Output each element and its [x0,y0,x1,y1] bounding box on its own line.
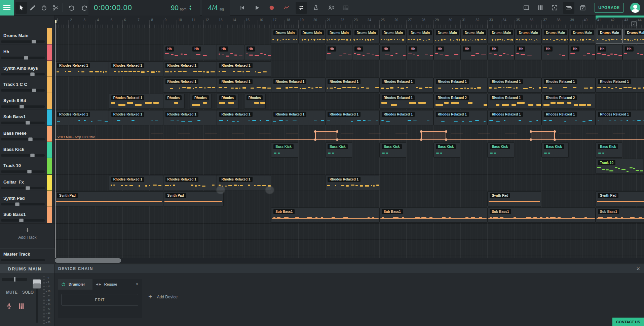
skip-to-start-button[interactable] [236,2,248,14]
automation-segment[interactable] [395,133,408,133]
automation-segment[interactable] [451,133,463,133]
clip[interactable]: Sub Bass1 [271,207,379,223]
voice-input-button[interactable] [325,2,337,14]
loop-button[interactable] [296,2,307,14]
clip[interactable]: Rhodes Relaxed 1 [163,110,217,125]
clip[interactable]: Synth Pad [55,191,163,206]
automation-node[interactable] [314,130,316,133]
split-tool-button[interactable] [50,2,61,14]
clip[interactable]: Hh [515,45,541,60]
clip[interactable]: Sub Bass1 [596,207,644,223]
master-volume-slider[interactable] [1,259,45,261]
clip[interactable]: Rhodes Relaxed 1 [217,110,271,125]
device-tile[interactable]: Drumpler [58,279,92,290]
clip[interactable]: Rhodes Relaxed 1 [541,77,596,93]
track-row[interactable]: Synth 8 Bit [0,93,54,109]
clip[interactable]: Bass Kick [271,142,298,158]
automation-segment[interactable] [613,133,625,133]
undo-button[interactable] [66,2,77,14]
track-row[interactable]: Drums Main [0,28,54,44]
automation-segment[interactable] [586,133,598,133]
clip[interactable]: Rhodes [244,94,266,109]
horizontal-scrollbar-thumb[interactable] [55,258,121,263]
clip[interactable]: Rhodes Relaxed 1 [217,77,271,93]
time-signature-control[interactable]: 4/4 sig [202,0,230,15]
bpm-up-icon[interactable]: ▲ [189,5,192,7]
contact-us-button[interactable]: CONTACT US [612,318,644,326]
clip[interactable]: Rhodes Relaxed 1 [55,61,109,76]
pan-slider[interactable] [2,278,27,281]
clip[interactable]: Rhodes Relaxed 1 [379,94,433,109]
clip[interactable]: Rhodes Relaxed 1 [325,175,379,190]
automation-node[interactable] [420,138,422,141]
automation-node[interactable] [530,130,532,133]
clip[interactable]: Rhodes Relaxed 2 [433,94,488,109]
piano-roll-button[interactable] [340,2,351,14]
track-row[interactable]: Bass reese [0,126,54,142]
clip[interactable]: Hh [433,45,460,60]
clip[interactable]: Drums Main [379,29,406,44]
clip[interactable]: Rhodes Relaxed 1 [325,110,379,125]
track-volume-knob[interactable] [26,186,30,190]
pan-knob[interactable] [14,277,15,282]
menu-button[interactable] [0,0,14,15]
bpm-down-icon[interactable]: ▼ [189,8,192,10]
power-icon[interactable] [61,282,66,287]
play-button[interactable] [251,2,263,14]
clip[interactable]: Rhodes Relaxed 1 [433,77,488,93]
clip[interactable]: Hh [163,45,190,60]
clip[interactable]: Hh [379,45,406,60]
track-row[interactable]: Guitar Fx [0,175,54,191]
clip[interactable]: Drums Main [541,29,568,44]
automation-segment[interactable] [559,133,571,133]
clip[interactable]: Drums Main [352,29,379,44]
clip[interactable]: Rhodes Relaxed 1 [109,61,163,76]
clip[interactable]: Rhodes Relaxed 1 [271,77,325,93]
clip[interactable]: Rhodes Relaxed 1 [379,77,433,93]
device-chain-toggle-button[interactable] [563,2,574,14]
loop-region-handle[interactable] [596,18,599,20]
clip[interactable]: Drums Main [325,29,352,44]
clip[interactable]: Hh [487,45,514,60]
track-row[interactable]: Sub Bass1 [0,207,54,223]
loop-browser-button[interactable] [577,2,589,14]
clip[interactable]: Drums Main [487,29,514,44]
track-volume-slider[interactable] [1,219,45,222]
record-button[interactable] [266,2,277,14]
clip[interactable]: Bass Kick [596,142,622,158]
track-row[interactable]: Track 10 [0,158,54,174]
timeline-ruler[interactable]: 1234567891011121314151617181920212223242… [55,15,644,28]
chevron-down-icon[interactable]: ▼ [136,283,139,286]
clip[interactable]: Synth Pad [596,191,644,206]
video-button[interactable] [521,2,532,14]
track-volume-slider[interactable] [1,105,45,108]
track-volume-slider[interactable] [1,122,45,124]
preset-prev-next-icon[interactable]: ◀▶ [96,283,102,286]
clip[interactable]: Hh [541,45,568,60]
clip[interactable]: Bass Kick [379,142,406,158]
instruments-button[interactable] [535,2,546,14]
track-volume-knob[interactable] [24,56,28,60]
clip[interactable]: Rhodes Relaxed 1 [217,61,271,76]
edit-device-button[interactable]: EDIT [62,294,138,305]
avatar[interactable] [630,3,640,13]
clip[interactable]: Rhodes [163,94,185,109]
track-volume-knob[interactable] [28,137,33,141]
preset-selector[interactable]: ◀▶ Reggae ▼ [92,279,142,290]
clip[interactable]: Hh [460,45,487,60]
track-volume-slider[interactable] [1,187,45,189]
track-volume-knob[interactable] [20,105,24,108]
horizontal-scrollbar[interactable] [55,258,644,263]
track-volume-slider[interactable] [1,154,45,157]
add-device-button[interactable]: + Add Device [148,293,178,301]
track-volume-slider[interactable] [1,170,45,173]
clip[interactable]: Drums Main [433,29,460,44]
clip[interactable]: Bass Kick [325,142,352,158]
automation-node[interactable] [314,138,316,141]
clip[interactable]: Hh [325,45,352,60]
bpm-control[interactable]: 90 bpm ▲▼ [162,0,200,15]
clip[interactable]: Rhodes Relaxed 1 [487,94,541,109]
track-volume-knob[interactable] [32,89,36,92]
automation-node[interactable] [445,138,447,141]
loop-region[interactable] [596,15,644,18]
